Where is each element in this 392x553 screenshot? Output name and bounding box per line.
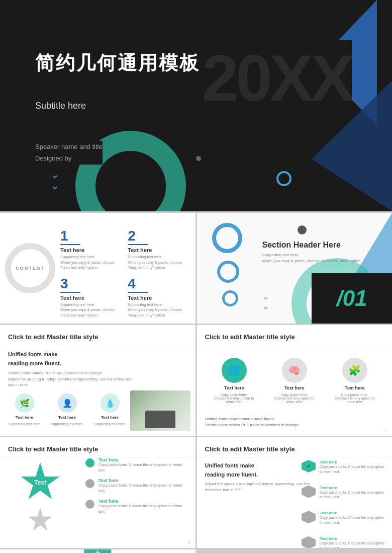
center-hex-decoration: + <box>84 549 112 553</box>
gear-small-icon <box>28 508 53 533</box>
icon-item-4-3: 💧 Text here Supporting text here. <box>93 393 126 426</box>
gear-large-icon: Text <box>20 462 60 503</box>
icon-item-5-3: 🧩 Text here Copy paste fonts. Choose the… <box>335 358 375 404</box>
item-number-1: 1 <box>60 228 80 245</box>
list-label-6-2: Text here <box>99 478 190 483</box>
chevron-green-icon: ⌄⌄ <box>262 292 269 311</box>
slide-6: Click to edit Master title style Text Te… <box>0 437 195 548</box>
dot-gray-2 <box>196 156 201 161</box>
icon-circle-4-2: 👤 <box>58 393 77 413</box>
circles-decoration <box>212 223 242 306</box>
list-label-6-1: Text here <box>99 457 190 462</box>
feature-row-7-4: Text here Copy paste fonts. Choose the o… <box>302 536 387 548</box>
section-header-title: Section Header Here <box>262 241 362 250</box>
list-label-6-3: Text here <box>99 499 190 504</box>
feature-sub-7-4: Copy paste fonts. Choose the only option… <box>320 541 387 548</box>
list-sub-6-1: Copy paste fonts. Choose the only option… <box>99 462 190 473</box>
icon-item-4-2: 👤 Text here Supporting text here. <box>51 393 83 426</box>
hex-icon-7-3 <box>302 511 316 523</box>
slide-4: Click to edit Master title style Unified… <box>0 325 195 436</box>
master-title-4: Click to edit Master title style <box>0 325 195 345</box>
icon-item-4-1: 🌿 Text here Supporting text here. <box>8 393 41 426</box>
feature-title-7-1: Text here <box>320 460 387 464</box>
center-hex-icon: + <box>84 549 112 553</box>
page-number-7: 7 <box>385 540 387 545</box>
slide-2: CONTENT 1 Text here Supporting text here… <box>0 213 195 324</box>
icon-sub-4-3: Supporting text here. <box>93 422 126 426</box>
feature-title-7-2: Text here <box>320 486 387 490</box>
slide-8: Click to edit Master title style ✓ Text … <box>0 549 195 553</box>
icon-label-5-2: Text here <box>284 385 304 390</box>
list-bullet-6-2 <box>85 479 94 488</box>
feature-title-7-4: Text here <box>320 536 387 541</box>
slide-title: 简约几何通用模板 <box>35 50 200 76</box>
feature-sub-7-2: Copy paste fonts. Choose the only option… <box>320 490 387 500</box>
item-sub-4: Supporting text here.When you copy & pas… <box>128 302 190 319</box>
section-header-text: Section Header Here Supporting text here… <box>262 241 362 264</box>
icon-label-4-2: Text here <box>58 415 76 420</box>
item-sub-3: Supporting text here.When you copy & pas… <box>60 302 123 319</box>
main-text-4: Unified fonts makereading more fluent. <box>8 350 187 368</box>
list-sub-6-3: Copy paste fonts. Choose the only option… <box>99 504 190 514</box>
content-item-4: 4 Text here Supporting text here.When yo… <box>128 276 190 319</box>
content-item-1: 1 Text here Supporting text here.When yo… <box>60 228 123 271</box>
icon-label-4-1: Text here <box>16 415 33 420</box>
slide-5: Click to edit Master title style 🌐 Text … <box>197 325 393 436</box>
body-text-4: Unified fonts makereading more fluent. T… <box>0 345 195 393</box>
content-item-2: 2 Text here Supporting text here.When yo… <box>128 228 190 271</box>
list-item-6-1: Text here Copy paste fonts. Choose the o… <box>85 457 190 473</box>
item-sub-1: Supporting text here.When you copy & pas… <box>60 255 123 271</box>
page-number-6: 6 <box>188 540 190 545</box>
content-items-grid: 1 Text here Supporting text here.When yo… <box>60 228 190 318</box>
icon-label-5-1: Text here <box>224 385 244 390</box>
slide-subtitle: Subtitle here <box>35 101 86 111</box>
hex-icon-7-1: ✓ <box>302 460 316 472</box>
icon-label-5-3: Text here <box>345 385 364 390</box>
content-circle: CONTENT <box>5 243 55 293</box>
item-sub-2: Supporting text here.When you copy & pas… <box>128 255 190 271</box>
slide-7: Click to edit Master title style Unified… <box>197 437 393 548</box>
section-number: /01 <box>336 286 367 311</box>
hex-icon-7-2 <box>302 486 316 498</box>
content-item-3: 3 Text here Supporting text here.When yo… <box>60 276 123 319</box>
item-title-3: Text here <box>60 295 123 301</box>
page-number-4: 4 <box>188 428 190 433</box>
list-sub-6-2: Copy paste fonts. Choose the only option… <box>99 483 190 494</box>
list-item-6-2: Text here Copy paste fonts. Choose the o… <box>85 478 190 494</box>
page-number-5: 5 <box>385 428 387 433</box>
icon-item-5-1: 🌐 Text here Copy paste fonts. Choose the… <box>214 358 254 404</box>
item-number-2: 2 <box>128 228 148 245</box>
icon-sub-4-2: Supporting text here. <box>51 422 83 426</box>
icon-circle-5-3: 🧩 <box>342 358 367 383</box>
item-title-4: Text here <box>128 295 190 301</box>
icon-sub-5-2: Copy paste fonts. Choose the only option… <box>274 393 315 404</box>
bottom-label-8: （PPT小牛办公模板） <box>80 549 115 550</box>
item-title-2: Text here <box>128 247 190 253</box>
icon-label-4-3: Text here <box>101 415 119 420</box>
feature-sub-7-1: Copy paste fonts. Choose the only option… <box>320 464 387 475</box>
bottom-text-5: Unified fonts make reading more fluent. … <box>205 416 300 428</box>
feature-row-7-1: ✓ Text here Copy paste fonts. Choose the… <box>302 460 387 475</box>
icon-item-5-2: 🧠 Text here Copy paste fonts. Choose the… <box>274 358 315 404</box>
feature-sub-7-3: Copy paste fonts. Choose the only option… <box>320 515 387 525</box>
icon-circle-4-3: 💧 <box>101 393 120 413</box>
item-number-3: 3 <box>60 276 80 293</box>
list-bullet-6-3 <box>85 500 94 509</box>
slide-1: 20XX 简约几何通用模板 Subtitle here Speaker name… <box>0 0 392 211</box>
master-title-7: Click to edit Master title style <box>197 437 393 457</box>
hex-items-right: ✓ Text here Copy paste fonts. Choose the… <box>302 460 387 548</box>
sub-text-4: Theme color makes PPT more convenient to… <box>8 370 187 388</box>
chevron-down-icon: ⌄⌄ <box>50 169 59 191</box>
icon-circle-5-2: 🧠 <box>282 358 307 383</box>
master-title-6: Click to edit Master title style <box>0 437 195 457</box>
page-number-8: 7 <box>188 549 190 550</box>
circle-sm <box>222 290 238 306</box>
blue-circle-small <box>276 171 291 186</box>
year-text: 20XX <box>202 40 352 116</box>
speaker-info: Speaker name and title Designed by <box>35 141 103 165</box>
icon-circle-4-1: 🌿 <box>15 393 34 413</box>
photo-thumbnail <box>130 390 190 431</box>
list-bullet-6-1 <box>85 458 94 467</box>
icon-sub-5-3: Copy paste fonts. Choose the only option… <box>335 393 375 404</box>
list-item-6-3: Text here Copy paste fonts. Choose the o… <box>85 499 190 514</box>
